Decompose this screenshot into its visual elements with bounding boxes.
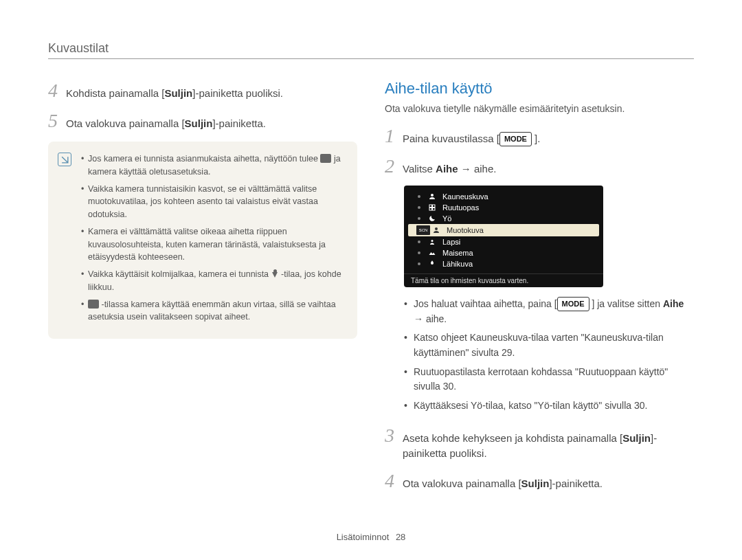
step-3: 3 Aseta kohde kehykseen ja kohdista pain… bbox=[385, 425, 694, 462]
info-item: Vaikka kamera tunnistaisikin kasvot, se … bbox=[81, 183, 346, 221]
svg-rect-3 bbox=[429, 208, 432, 211]
list-item: Jos haluat vaihtaa aihetta, paina [MODE … bbox=[404, 297, 694, 326]
text: ]-painiketta. bbox=[549, 478, 603, 489]
info-item: Kamera ei välttämättä valitse oikeaa aih… bbox=[81, 225, 346, 264]
text: Paina kuvaustilassa [ bbox=[403, 133, 499, 144]
step-4: 4 Kohdista painamalla [Suljin]-painikett… bbox=[48, 80, 357, 102]
tripod-icon bbox=[271, 269, 279, 278]
lcd-item-label: Lähikuva bbox=[442, 260, 473, 268]
text: Ota valokuva painamalla [ bbox=[66, 117, 185, 129]
step-text: Kohdista painamalla [Suljin]-painiketta … bbox=[66, 82, 283, 102]
mode-icon bbox=[428, 238, 436, 246]
camera-auto-icon bbox=[88, 300, 99, 309]
lcd-menu-item: Lähikuva bbox=[404, 258, 603, 269]
page-footer: Lisätoiminnot 28 bbox=[0, 532, 742, 542]
info-item: -tilassa kamera käyttää enemmän akun vir… bbox=[81, 298, 346, 324]
step-text: Ota valokuva painamalla [Suljin]-painike… bbox=[66, 112, 266, 132]
step-text: Valitse Aihe → aihe. bbox=[403, 157, 496, 177]
step-1: 1 Paina kuvaustilassa [MODE ]. bbox=[385, 125, 694, 147]
text-bold: Suljin bbox=[622, 432, 651, 444]
step-number: 4 bbox=[385, 470, 403, 492]
lcd-status-bar: Tämä tila on ihmisten kuvausta varten. bbox=[404, 273, 603, 287]
text: Aseta kohde kehykseen ja kohdista painam… bbox=[403, 432, 622, 444]
text-bold: Suljin bbox=[185, 117, 213, 129]
text-bold: Suljin bbox=[164, 87, 192, 99]
subsection-intro: Ota valokuva tietylle näkymälle esimääri… bbox=[385, 103, 694, 114]
text: Ota valokuva painamalla [ bbox=[403, 478, 521, 489]
step-number: 4 bbox=[48, 80, 66, 102]
svg-point-0 bbox=[431, 194, 434, 197]
lcd-item-label: Lapsi bbox=[442, 238, 460, 246]
mode-icon bbox=[428, 192, 436, 201]
lcd-item-label: Maisema bbox=[442, 249, 473, 257]
step-number: 1 bbox=[385, 125, 403, 147]
text-bold: Aihe bbox=[663, 298, 684, 309]
page-number: 28 bbox=[396, 532, 405, 542]
step-2: 2 Valitse Aihe → aihe. bbox=[385, 155, 694, 177]
lcd-menu-item: Yö bbox=[404, 213, 603, 224]
list-item: Katso ohjeet Kauneuskuva-tilaa varten "K… bbox=[404, 331, 694, 360]
svg-point-5 bbox=[435, 227, 438, 230]
svg-rect-4 bbox=[433, 208, 436, 211]
bullet-list: Jos haluat vaihtaa aihetta, paina [MODE … bbox=[404, 297, 694, 414]
text: Valitse bbox=[403, 163, 436, 175]
left-column: 4 Kohdista painamalla [Suljin]-painikett… bbox=[48, 80, 357, 500]
scn-icon: SCN bbox=[416, 225, 430, 235]
step-text: Ota valokuva painamalla [Suljin]-painike… bbox=[403, 472, 603, 492]
text: Jos haluat vaihtaa aihetta, paina [ bbox=[414, 298, 557, 309]
text: ]-painiketta puoliksi. bbox=[192, 87, 283, 99]
mode-icon bbox=[428, 249, 436, 257]
step-text: Aseta kohde kehykseen ja kohdista painam… bbox=[403, 427, 694, 462]
subsection-heading: Aihe-tilan käyttö bbox=[385, 80, 694, 98]
text: ] ja valitse sitten bbox=[589, 298, 663, 309]
info-box: Jos kamera ei tunnista asianmukaista aih… bbox=[48, 142, 357, 339]
text: ]-painiketta. bbox=[212, 117, 266, 129]
step-text: Paina kuvaustilassa [MODE ]. bbox=[403, 127, 540, 147]
step-5: 5 Ota valokuva painamalla [Suljin]-paini… bbox=[48, 110, 357, 132]
text-bold: Suljin bbox=[521, 478, 550, 489]
lcd-menu-item: Ruutuopas bbox=[404, 202, 603, 213]
text: → aihe. bbox=[414, 313, 447, 324]
text: ]. bbox=[532, 133, 541, 144]
list-item: Käyttääksesi Yö-tilaa, katso "Yö-tilan k… bbox=[404, 399, 694, 414]
camera-auto-icon bbox=[320, 154, 331, 163]
step-number: 2 bbox=[385, 155, 403, 177]
footer-label: Lisätoiminnot bbox=[337, 532, 390, 542]
info-item: Jos kamera ei tunnista asianmukaista aih… bbox=[81, 153, 346, 179]
list-item: Ruutuopastilasta kerrotaan kohdassa "Ruu… bbox=[404, 365, 694, 394]
mode-icon bbox=[428, 214, 436, 223]
svg-point-6 bbox=[431, 240, 434, 242]
lcd-item-label: Ruutuopas bbox=[442, 203, 479, 212]
lcd-menu-item: SCNMuotokuva bbox=[408, 224, 599, 236]
lcd-item-label: Kauneuskuva bbox=[442, 192, 488, 201]
mode-icon bbox=[428, 260, 436, 268]
step-number: 5 bbox=[48, 110, 66, 132]
right-column: Aihe-tilan käyttö Ota valokuva tietylle … bbox=[385, 80, 694, 500]
step-4-right: 4 Ota valokuva painamalla [Suljin]-paini… bbox=[385, 470, 694, 492]
mode-button-label: MODE bbox=[557, 297, 589, 311]
lcd-menu-item: Maisema bbox=[404, 247, 603, 258]
info-item: Vaikka käyttäisit kolmijalkaa, kamera ei… bbox=[81, 268, 346, 294]
note-icon bbox=[58, 153, 71, 166]
section-title: Kuvaustilat bbox=[48, 41, 694, 59]
svg-rect-2 bbox=[433, 205, 436, 208]
text-bold: Aihe bbox=[436, 163, 458, 175]
text: Vaikka käyttäisit kolmijalkaa, kamera ei… bbox=[88, 269, 271, 279]
lcd-menu-item: Kauneuskuva bbox=[404, 191, 603, 202]
step-number: 3 bbox=[385, 425, 403, 447]
mode-icon bbox=[432, 226, 440, 234]
camera-lcd-preview: KauneuskuvaRuutuopasYöSCNMuotokuvaLapsiM… bbox=[404, 186, 603, 287]
lcd-menu-item: Lapsi bbox=[404, 236, 603, 247]
text: -tilassa kamera käyttää enemmän akun vir… bbox=[88, 300, 336, 322]
text: Jos kamera ei tunnista asianmukaista aih… bbox=[88, 154, 320, 164]
lcd-item-label: Muotokuva bbox=[447, 226, 484, 234]
svg-rect-1 bbox=[429, 205, 432, 208]
mode-button-label: MODE bbox=[499, 132, 532, 146]
text: Kohdista painamalla [ bbox=[66, 87, 164, 99]
lcd-item-label: Yö bbox=[442, 214, 451, 223]
text: → aihe. bbox=[458, 163, 497, 175]
mode-icon bbox=[428, 203, 436, 212]
